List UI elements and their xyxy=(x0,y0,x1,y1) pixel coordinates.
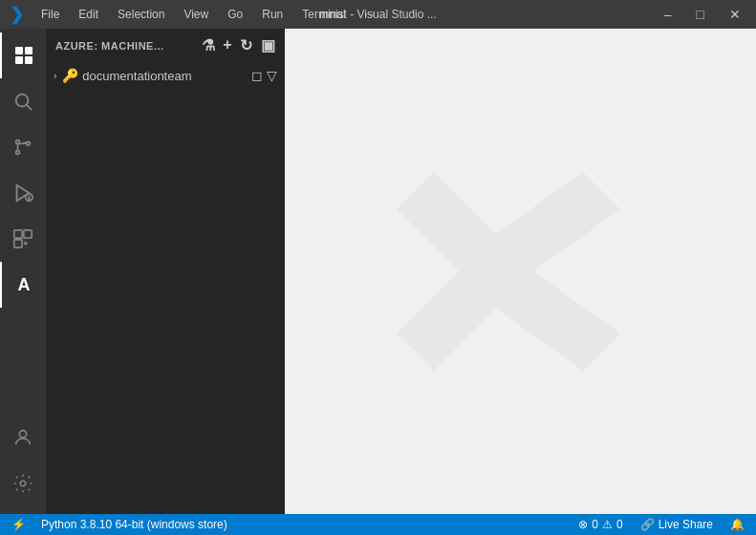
filter-icon[interactable]: ▽ xyxy=(267,68,277,83)
svg-rect-2 xyxy=(15,56,23,64)
svg-point-17 xyxy=(20,481,26,486)
svg-marker-9 xyxy=(17,185,30,202)
activity-extensions-icon[interactable] xyxy=(0,216,46,262)
activity-search-icon[interactable] xyxy=(0,78,46,124)
vscode-logo-icon: ❯ xyxy=(10,4,24,25)
status-bar-right: ⊗ 0 ⚠ 0 🔗 Live Share 🔔 xyxy=(574,518,748,531)
live-share-label: Live Share xyxy=(659,518,713,531)
copy-icon[interactable]: ◻ xyxy=(251,68,263,83)
error-count: 0 xyxy=(592,518,598,531)
activity-git-icon[interactable] xyxy=(0,124,46,170)
activity-bar-bottom xyxy=(0,415,46,514)
svg-rect-14 xyxy=(24,230,32,238)
live-share-icon: 🔗 xyxy=(640,518,655,531)
svg-rect-0 xyxy=(15,47,23,54)
svg-point-4 xyxy=(16,95,29,107)
svg-rect-13 xyxy=(14,230,22,238)
portal-icon[interactable]: ▣ xyxy=(261,36,276,54)
chevron-right-icon: › xyxy=(54,71,56,81)
activity-explorer-icon[interactable] xyxy=(0,32,46,78)
errors-indicator[interactable]: ⊗ 0 ⚠ 0 xyxy=(574,518,626,531)
python-version-label: Python 3.8.10 64-bit (windows store) xyxy=(41,518,227,531)
warning-count: 0 xyxy=(616,518,623,531)
window-controls: – □ ✕ xyxy=(659,5,746,24)
vscode-watermark xyxy=(397,147,645,396)
sidebar: AZURE: MACHINE... ⚗ + ↻ ▣ › 🔑 documentat… xyxy=(46,29,285,514)
remote-indicator[interactable]: ⚡ xyxy=(8,518,30,531)
flask-icon[interactable]: ⚗ xyxy=(202,36,216,54)
menu-edit[interactable]: Edit xyxy=(71,6,106,23)
close-button[interactable]: ✕ xyxy=(724,5,746,24)
live-share[interactable]: 🔗 Live Share xyxy=(637,518,717,531)
sidebar-header: AZURE: MACHINE... ⚗ + ↻ ▣ xyxy=(46,29,285,62)
menu-view[interactable]: View xyxy=(176,6,216,23)
tree-item-actions: ◻ ▽ xyxy=(251,68,277,83)
tree-item-label: documentationteam xyxy=(82,69,248,83)
svg-rect-15 xyxy=(14,240,22,247)
svg-point-12 xyxy=(29,199,30,200)
activity-account-icon[interactable] xyxy=(0,415,46,460)
python-version[interactable]: Python 3.8.10 64-bit (windows store) xyxy=(37,518,231,531)
activity-run-icon[interactable] xyxy=(0,170,46,216)
key-icon: 🔑 xyxy=(62,68,78,83)
notifications[interactable]: 🔔 xyxy=(726,518,748,531)
svg-line-5 xyxy=(27,105,32,110)
activity-settings-icon[interactable] xyxy=(0,460,46,506)
warning-icon: ⚠ xyxy=(602,518,613,531)
window-title: mnist - Visual Studio ... xyxy=(319,8,437,21)
menu-run[interactable]: Run xyxy=(254,6,291,23)
menu-selection[interactable]: Selection xyxy=(110,6,172,23)
error-icon: ⊗ xyxy=(578,518,588,531)
refresh-header-icon[interactable]: ↻ xyxy=(240,36,253,54)
svg-rect-3 xyxy=(25,56,32,64)
activity-bar: A xyxy=(0,29,46,514)
title-bar: ❯ File Edit Selection View Go Run Termin… xyxy=(0,0,756,29)
svg-rect-1 xyxy=(25,47,32,54)
minimize-button[interactable]: – xyxy=(659,5,678,24)
svg-point-7 xyxy=(16,151,20,155)
maximize-button[interactable]: □ xyxy=(691,5,710,24)
menu-go[interactable]: Go xyxy=(220,6,250,23)
sidebar-title: AZURE: MACHINE... xyxy=(55,40,164,52)
tree-item-documentationteam[interactable]: › 🔑 documentationteam ◻ ▽ xyxy=(46,62,285,89)
activity-azure-ml-icon[interactable]: A xyxy=(0,262,46,308)
sidebar-header-icons: ⚗ + ↻ ▣ xyxy=(202,36,275,54)
svg-point-16 xyxy=(19,431,26,438)
status-bar: ⚡ Python 3.8.10 64-bit (windows store) ⊗… xyxy=(0,514,756,535)
menu-file[interactable]: File xyxy=(33,6,67,23)
main-layout: A AZURE: MACHINE... ⚗ + ↻ ▣ › 🔑 document… xyxy=(0,29,756,514)
bell-icon: 🔔 xyxy=(730,518,745,531)
editor-area xyxy=(285,29,756,514)
status-bar-left: ⚡ Python 3.8.10 64-bit (windows store) xyxy=(8,518,231,531)
add-icon[interactable]: + xyxy=(223,36,232,54)
remote-icon: ⚡ xyxy=(11,518,26,531)
